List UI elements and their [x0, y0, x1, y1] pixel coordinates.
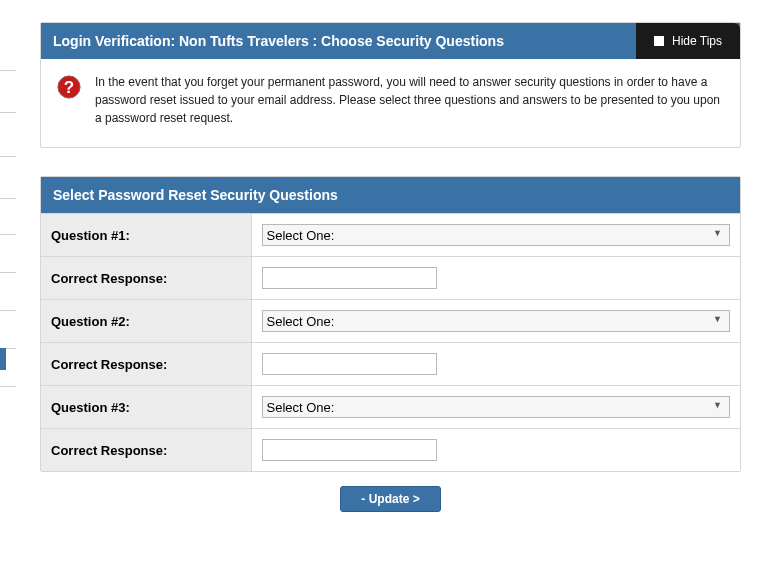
- question-3-select[interactable]: Select One:: [262, 396, 731, 418]
- table-row: Correct Response:: [41, 343, 740, 386]
- table-row: Question #2: Select One:: [41, 300, 740, 343]
- svg-text:?: ?: [64, 78, 74, 97]
- response-2-input[interactable]: [262, 353, 437, 375]
- question-icon: ?: [57, 75, 81, 99]
- question-2-label: Question #2:: [41, 300, 251, 343]
- hide-tips-button[interactable]: Hide Tips: [636, 23, 740, 59]
- table-row: Correct Response:: [41, 257, 740, 300]
- response-2-label: Correct Response:: [41, 343, 251, 386]
- security-questions-panel: Select Password Reset Security Questions…: [40, 176, 741, 472]
- question-1-label: Question #1:: [41, 214, 251, 257]
- hide-tips-label: Hide Tips: [672, 34, 722, 48]
- response-1-label: Correct Response:: [41, 257, 251, 300]
- tips-panel-header: Login Verification: Non Tufts Travelers …: [41, 23, 740, 59]
- security-questions-table: Question #1: Select One: Correct Respons…: [41, 213, 740, 471]
- table-row: Correct Response:: [41, 429, 740, 472]
- question-3-label: Question #3:: [41, 386, 251, 429]
- tips-text: In the event that you forget your perman…: [95, 73, 724, 127]
- tips-body: ? In the event that you forget your perm…: [41, 59, 740, 147]
- response-3-input[interactable]: [262, 439, 437, 461]
- response-1-input[interactable]: [262, 267, 437, 289]
- tips-panel: Login Verification: Non Tufts Travelers …: [40, 22, 741, 148]
- stop-icon: [654, 36, 664, 46]
- question-1-select[interactable]: Select One:: [262, 224, 731, 246]
- response-3-label: Correct Response:: [41, 429, 251, 472]
- security-questions-title: Select Password Reset Security Questions: [41, 177, 740, 213]
- table-row: Question #3: Select One:: [41, 386, 740, 429]
- update-button[interactable]: - Update >: [340, 486, 440, 512]
- table-row: Question #1: Select One:: [41, 214, 740, 257]
- button-row: - Update >: [40, 472, 741, 526]
- page-title: Login Verification: Non Tufts Travelers …: [41, 23, 636, 59]
- question-2-select[interactable]: Select One:: [262, 310, 731, 332]
